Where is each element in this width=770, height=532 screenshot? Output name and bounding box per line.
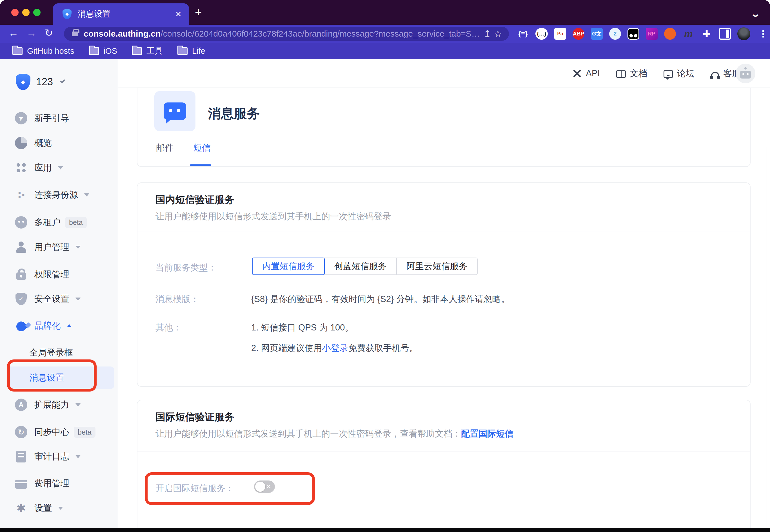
back-button[interactable]: ← [8,27,19,39]
sidebar-item-security-settings[interactable]: ✓ 安全设置 [0,290,118,307]
sidebar-item-message-settings[interactable]: 消息设置 [0,369,118,386]
billing-card-icon [15,477,28,490]
international-toggle-label: 开启国际短信服务： [155,482,234,494]
tools-icon [572,68,582,79]
browser-menu-icon[interactable]: ⋮ [758,28,768,39]
new-tab-button[interactable]: + [195,7,202,18]
message-bubble-icon [164,102,186,120]
international-sms-toggle[interactable]: ✕ [254,480,275,493]
scrollbar-track[interactable] [767,147,767,528]
browser-profile-avatar[interactable] [737,27,750,40]
toggle-off-x-icon: ✕ [266,480,271,493]
extension-rp-icon[interactable]: RP [646,28,658,40]
window-minimize-button[interactable] [22,9,30,16]
url-host: console.authing.cn [84,29,160,39]
tab-search-chevron-icon[interactable]: ⌄ [749,8,762,19]
chevron-down-icon [84,193,89,196]
sidebar-item-user-management[interactable]: 用户管理 [0,239,118,256]
extension-braces-icon[interactable]: {…} [535,28,548,40]
docs-link[interactable]: 文档 [616,68,647,79]
window-zoom-button[interactable] [33,9,41,16]
bookmark-star-icon[interactable]: ☆ [494,28,502,39]
api-link[interactable]: API [572,68,600,79]
guide-icon: ➤ [15,112,28,125]
sidebar-item-global-login-box[interactable]: 全局登录框 [0,344,118,361]
chevron-down-icon [75,455,81,458]
tab-email[interactable]: 邮件 [156,142,173,154]
extension-m-icon[interactable]: m [682,28,694,40]
extension-adblock-plus-icon[interactable]: ABP [573,28,584,40]
bookmark-folder-life[interactable]: Life [177,46,205,56]
divider [137,231,750,231]
bookmark-folder-tools[interactable]: 工具 [132,45,163,57]
chevron-down-icon [75,298,81,301]
extension-aria2-icon[interactable]: 2 [609,28,621,40]
sidebar-item-guide[interactable]: ➤ 新手引导 [0,110,118,127]
share-icon[interactable]: ↥ [483,28,492,39]
side-panel-icon[interactable] [719,28,731,40]
extension-orange-icon[interactable] [664,28,676,40]
sidebar-item-multi-tenant[interactable]: 多租户 beta [0,214,118,231]
extension-toolbar: {≡} {…} Pa ABP G文 2 RP m ✚ ⋮ [517,26,768,41]
tab-title: 消息设置 [78,8,175,20]
sidebar: ◆ 123 ➤ 新手引导 概览 应用 ∴ 连接身份源 多租户 beta [0,59,118,528]
configure-international-sms-link[interactable]: 配置国际短信 [461,429,514,439]
service-option-aliyun[interactable]: 阿里云短信服务 [396,258,478,275]
other-item-qps: 1. 短信接口 QPS 为 100。 [251,322,354,334]
extension-json-viewer-icon[interactable]: {≡} [517,28,529,40]
service-type-label: 当前服务类型： [155,262,216,274]
tab-sms[interactable]: 短信 [193,142,211,154]
headset-icon [711,72,719,77]
chevron-down-icon [75,246,81,249]
forum-link[interactable]: 论坛 [664,68,695,79]
bookmarks-bar: GitHub hosts iOS 工具 Life [0,43,770,59]
reload-button[interactable]: ↻ [44,27,53,39]
domestic-sms-title: 国内短信验证服务 [155,193,234,206]
extension-dark-reader-icon[interactable] [628,28,639,40]
sidebar-item-branding[interactable]: 品牌化 [0,317,118,334]
workspace-switcher[interactable]: ◆ 123 [16,74,65,90]
domestic-sms-card: 国内短信验证服务 让用户能够使用以短信形式发送到其手机上的一次性密码登录 当前服… [137,182,751,387]
sidebar-item-sync-center[interactable]: ↻ 同步中心 beta [0,424,118,441]
circle-a-icon: A [15,398,28,411]
sidebar-item-permissions[interactable]: 权限管理 [0,266,118,283]
template-value: {S8} 是你的验证码，有效时间为 {S2} 分钟。如非本人操作请忽略。 [251,293,510,305]
forward-button[interactable]: → [26,27,37,39]
sidebar-item-extensibility[interactable]: A 扩展能力 [0,396,118,413]
assistant-avatar[interactable] [736,64,755,83]
url-bar[interactable]: console.authing.cn /console/6204d0a406f0… [64,27,509,41]
sidebar-item-billing[interactable]: 费用管理 [0,475,118,492]
active-tab-underline [190,164,211,166]
message-service-tile [154,91,195,131]
chevron-down-icon [75,403,81,406]
browser-tab[interactable]: ◆ 消息设置 ✕ [53,3,189,25]
sidebar-item-audit-logs[interactable]: 审计日志 [0,448,118,465]
beta-badge: beta [65,217,87,228]
pie-chart-icon [15,137,28,149]
workspace-name: 123 [36,76,53,88]
apps-grid-icon [15,161,28,174]
domestic-sms-subtitle: 让用户能够使用以短信形式发送到其手机上的一次性密码登录 [155,211,391,222]
service-type-selector: 内置短信服务 创蓝短信服务 阿里云短信服务 [252,258,478,275]
sidebar-item-identity-sources[interactable]: ∴ 连接身份源 [0,186,118,203]
message-tabs: 邮件 短信 [156,142,211,154]
sidebar-item-overview[interactable]: 概览 [0,135,118,151]
lock-icon[interactable] [72,32,78,36]
service-option-builtin[interactable]: 内置短信服务 [252,258,325,275]
extension-translate-icon[interactable]: G文 [591,28,603,40]
gear-icon: ✱ [15,502,28,515]
tenants-icon [15,216,28,229]
sidebar-item-settings[interactable]: ✱ 设置 [0,500,118,517]
extensions-puzzle-icon[interactable]: ✚ [701,28,713,40]
tab-close-icon[interactable]: ✕ [175,10,182,19]
window-close-button[interactable] [11,9,19,16]
international-sms-card: 国际短信验证服务 让用户能够使用以短信形式发送到其手机上的一次性密码登录，查看帮… [137,400,751,532]
authing-shield-logo: ◆ [16,74,30,90]
template-label: 消息模版： [155,293,199,305]
bookmark-folder-ios[interactable]: iOS [89,46,117,56]
sidebar-item-applications[interactable]: 应用 [0,159,118,176]
mini-login-link[interactable]: 小登录 [322,343,348,353]
bookmark-folder-github-hosts[interactable]: GitHub hosts [12,46,74,56]
extension-password-icon[interactable]: Pa [554,28,566,40]
service-option-chuanglan[interactable]: 创蓝短信服务 [324,258,397,275]
